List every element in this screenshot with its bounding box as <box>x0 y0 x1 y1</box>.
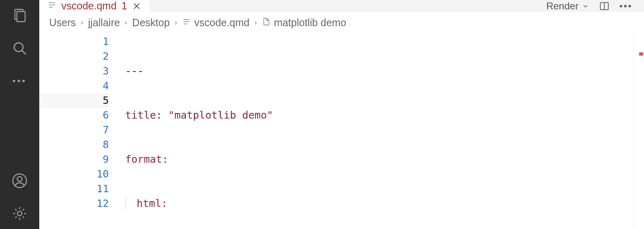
chevron-right-icon <box>79 20 85 26</box>
line-number: 1 <box>39 34 109 49</box>
line-number: 5 <box>39 93 109 108</box>
line-number: 10 <box>39 167 109 182</box>
svg-point-5 <box>17 177 22 182</box>
line-number: 12 <box>39 196 109 211</box>
error-marker[interactable] <box>639 52 643 56</box>
code-line: html: <box>125 196 644 211</box>
code-line: --- <box>125 64 644 79</box>
breadcrumb-segment[interactable]: vscode.qmd <box>182 17 250 29</box>
line-number: 7 <box>39 123 109 137</box>
line-number: 8 <box>39 137 109 152</box>
line-number: 9 <box>39 152 109 167</box>
line-number: 3 <box>39 64 109 79</box>
account-icon[interactable] <box>10 171 29 191</box>
svg-point-2 <box>14 43 23 52</box>
line-number-gutter: 1 2 3 4 5 6 7 8 9 10 11 12 <box>39 33 125 229</box>
render-label: Render <box>546 0 579 12</box>
svg-line-3 <box>22 51 26 54</box>
tab-bar: vscode.qmd 1 Render ••• <box>39 0 644 12</box>
code-line: format: <box>125 152 644 167</box>
activity-overflow-icon[interactable]: ••• <box>10 71 29 91</box>
chevron-right-icon <box>253 20 259 26</box>
line-number: 2 <box>39 49 109 64</box>
render-button[interactable]: Render <box>546 0 589 12</box>
close-icon[interactable] <box>132 2 141 11</box>
editor[interactable]: 1 2 3 4 5 6 7 8 9 10 11 12 --- title: "m… <box>39 33 644 229</box>
chevron-right-icon <box>123 20 129 26</box>
search-icon[interactable] <box>10 38 29 58</box>
settings-gear-icon[interactable] <box>10 204 29 223</box>
breadcrumb-segment[interactable]: Desktop <box>132 17 170 29</box>
breadcrumb: Users jjallaire Desktop vscode.qmd matpl… <box>39 12 644 33</box>
chevron-down-icon <box>582 2 589 10</box>
editor-tab[interactable]: vscode.qmd 1 <box>39 0 149 12</box>
file-icon <box>47 0 56 12</box>
line-number: 4 <box>39 79 109 93</box>
svg-point-6 <box>18 211 22 216</box>
line-number: 11 <box>39 182 109 196</box>
tab-dirty-indicator: 1 <box>122 0 127 12</box>
activity-bar: ••• <box>0 0 39 229</box>
breadcrumb-segment[interactable]: jjallaire <box>88 17 120 29</box>
overview-ruler[interactable] <box>633 33 644 229</box>
file-icon <box>182 17 191 29</box>
breadcrumb-segment[interactable]: Users <box>49 17 76 29</box>
tab-more-icon[interactable]: ••• <box>619 1 633 11</box>
split-editor-icon[interactable] <box>599 1 610 11</box>
line-number: 6 <box>39 108 109 123</box>
svg-rect-1 <box>17 11 25 22</box>
breadcrumb-segment[interactable]: matplotlib demo <box>262 17 346 29</box>
symbol-icon <box>262 17 271 29</box>
explorer-icon[interactable] <box>10 6 29 25</box>
tab-filename: vscode.qmd <box>61 0 117 12</box>
code-area[interactable]: --- title: "matplotlib demo" format: htm… <box>125 33 644 229</box>
chevron-right-icon <box>173 20 179 26</box>
code-line: title: "matplotlib demo" <box>125 108 644 123</box>
